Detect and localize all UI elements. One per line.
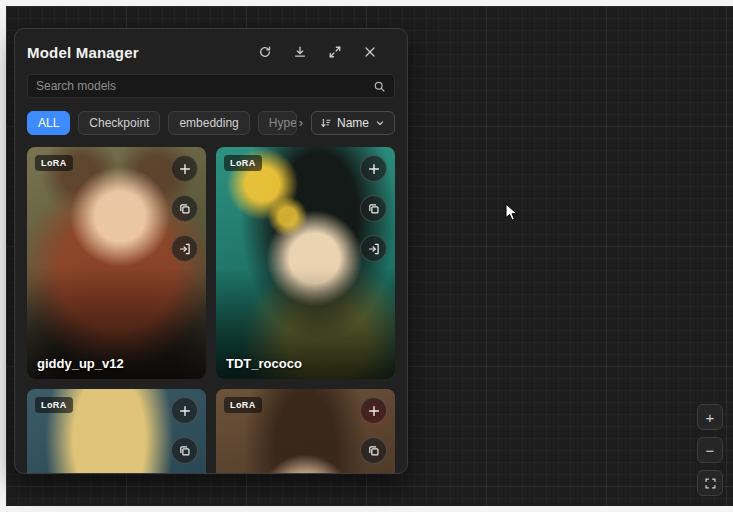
copy-icon xyxy=(178,202,192,216)
filter-chip-embedding[interactable]: embedding xyxy=(168,111,249,135)
refresh-button[interactable] xyxy=(256,43,274,61)
import-icon xyxy=(178,242,192,256)
card-actions xyxy=(171,155,198,262)
close-button[interactable] xyxy=(361,43,379,61)
copy-icon xyxy=(367,202,381,216)
copy-model-button[interactable] xyxy=(360,195,387,222)
model-name: giddy_up_v12 xyxy=(37,356,124,371)
import-icon xyxy=(367,242,381,256)
model-card[interactable]: LoRA giddy_up_v12 xyxy=(27,147,206,379)
filter-chip-hypernetwork[interactable]: Hype xyxy=(258,111,297,135)
mouse-cursor xyxy=(505,203,520,222)
copy-icon xyxy=(178,444,192,458)
sort-dropdown[interactable]: Name xyxy=(311,111,395,135)
close-icon xyxy=(363,45,377,59)
card-actions xyxy=(360,397,387,464)
search-icon[interactable] xyxy=(373,80,386,93)
card-actions xyxy=(171,397,198,464)
plus-icon xyxy=(367,162,381,176)
fit-view-button[interactable] xyxy=(697,470,723,496)
card-actions xyxy=(360,155,387,262)
import-model-button[interactable] xyxy=(360,235,387,262)
model-card[interactable]: LoRA TDT_rococo xyxy=(216,147,395,379)
copy-icon xyxy=(367,444,381,458)
expand-button[interactable] xyxy=(326,43,344,61)
filters-overflow-indicator[interactable]: › xyxy=(299,115,303,130)
import-model-button[interactable] xyxy=(171,235,198,262)
node-editor-canvas[interactable]: Model Manager xyxy=(6,6,733,506)
add-model-button[interactable] xyxy=(171,397,198,424)
filter-chip-checkpoint[interactable]: Checkpoint xyxy=(78,111,160,135)
panel-title: Model Manager xyxy=(27,44,139,61)
filter-row: ALL Checkpoint embedding Hype › Name xyxy=(27,110,395,135)
model-type-badge: LoRA xyxy=(224,155,262,171)
model-card-grid: LoRA giddy_up_v12 xyxy=(27,147,395,474)
search-input[interactable] xyxy=(36,79,373,93)
plus-icon xyxy=(367,404,381,418)
add-model-button[interactable] xyxy=(360,155,387,182)
sort-icon xyxy=(320,117,332,129)
add-model-button[interactable] xyxy=(171,155,198,182)
expand-icon xyxy=(328,45,342,59)
zoom-out-button[interactable]: − xyxy=(697,437,723,463)
panel-header-actions xyxy=(256,43,395,61)
add-model-button[interactable] xyxy=(360,397,387,424)
model-type-badge: LoRA xyxy=(35,155,73,171)
copy-model-button[interactable] xyxy=(171,195,198,222)
chevron-down-icon xyxy=(374,117,386,129)
filter-chip-all[interactable]: ALL xyxy=(27,111,70,135)
plus-icon xyxy=(178,404,192,418)
download-button[interactable] xyxy=(291,43,309,61)
sort-label: Name xyxy=(337,116,369,130)
download-icon xyxy=(293,45,307,59)
model-card[interactable]: LoRA xyxy=(27,389,206,474)
model-name: TDT_rococo xyxy=(226,356,302,371)
model-type-badge: LoRA xyxy=(224,397,262,413)
canvas-zoom-toolbar: + − xyxy=(697,404,723,496)
model-type-badge: LoRA xyxy=(35,397,73,413)
refresh-icon xyxy=(258,45,272,59)
search-box xyxy=(27,74,395,98)
zoom-in-button[interactable]: + xyxy=(697,404,723,430)
fit-view-icon xyxy=(704,477,717,490)
copy-model-button[interactable] xyxy=(360,437,387,464)
model-manager-panel: Model Manager xyxy=(14,28,408,474)
panel-header: Model Manager xyxy=(27,39,395,65)
screen: Model Manager xyxy=(0,0,733,512)
copy-model-button[interactable] xyxy=(171,437,198,464)
plus-icon xyxy=(178,162,192,176)
model-card[interactable]: LoRA xyxy=(216,389,395,474)
